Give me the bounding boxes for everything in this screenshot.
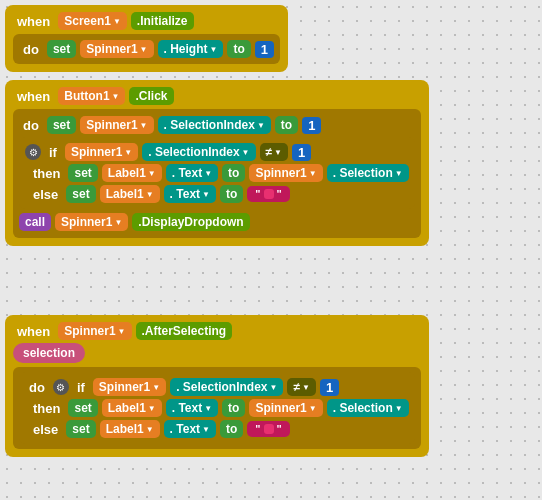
block2-when: when: [13, 89, 54, 104]
block3-neq-arrow[interactable]: ▼: [302, 383, 310, 392]
block2-event-pill: .Click: [129, 87, 173, 105]
block3-then-text-arrow[interactable]: ▼: [204, 404, 212, 413]
block3-else-set[interactable]: set: [66, 420, 95, 438]
block2-then-spinner2[interactable]: Spinner1 ▼: [249, 164, 322, 182]
block2-then-to: to: [222, 164, 245, 182]
block3-gear-icon[interactable]: ⚙: [53, 379, 69, 395]
block3-then: then: [29, 401, 64, 416]
block3-then-spinner2[interactable]: Spinner1 ▼: [249, 399, 322, 417]
block2-if-selindex[interactable]: . SelectionIndex ▼: [142, 143, 255, 161]
block3-neq[interactable]: ≠ ▼: [287, 378, 316, 396]
block1-do-section: do set Spinner1 ▼ . Height ▼ to 1: [13, 34, 280, 64]
block2-spinner[interactable]: Spinner1 ▼: [80, 116, 153, 134]
block2-then-text-arrow[interactable]: ▼: [204, 169, 212, 178]
block1-to: to: [227, 40, 250, 58]
block3-then-text[interactable]: . Text ▼: [166, 399, 218, 417]
block2-if-selindex-arrow[interactable]: ▼: [242, 148, 250, 157]
block2-selindex-arrow[interactable]: ▼: [257, 121, 265, 130]
block3-do-section: do ⚙ if Spinner1 ▼ . SelectionIndex ▼ ≠ …: [13, 367, 421, 449]
block2-else-string: " ": [247, 186, 289, 202]
block2-else-to: to: [220, 185, 243, 203]
block1-spinner-arrow[interactable]: ▼: [140, 45, 148, 54]
block1-component[interactable]: Screen1 ▼: [58, 12, 127, 30]
block3-if-spinner[interactable]: Spinner1 ▼: [93, 378, 166, 396]
block2-display-dropdown: .DisplayDropdown: [132, 213, 249, 231]
block3-else: else: [29, 422, 62, 437]
block1-event: when Screen1 ▼ .Initialize do set Spinne…: [5, 5, 288, 72]
block2-else-set[interactable]: set: [66, 185, 95, 203]
block2-spinner-arrow[interactable]: ▼: [140, 121, 148, 130]
block2-neq[interactable]: ≠ ▼: [260, 143, 289, 161]
block1-set[interactable]: set: [47, 40, 76, 58]
block2-then-label1[interactable]: Label1 ▼: [102, 164, 162, 182]
block2-set[interactable]: set: [47, 116, 76, 134]
block3-else-string: " ": [247, 421, 289, 437]
block2-if-spinner[interactable]: Spinner1 ▼: [65, 143, 138, 161]
block3-when: when: [13, 324, 54, 339]
block3-if-selindex[interactable]: . SelectionIndex ▼: [170, 378, 283, 396]
block3-then-selection-arrow[interactable]: ▼: [395, 404, 403, 413]
block2-else: else: [29, 187, 62, 202]
block1-spinner[interactable]: Spinner1 ▼: [80, 40, 153, 58]
block2-call[interactable]: call: [19, 213, 51, 231]
block2-else-label2[interactable]: Label1 ▼: [100, 185, 160, 203]
block2-then-spinner2-arrow[interactable]: ▼: [309, 169, 317, 178]
block2-if-value: 1: [292, 144, 311, 161]
block3-then-set[interactable]: set: [68, 399, 97, 417]
block2-then: then: [29, 166, 64, 181]
block3-if-block: do ⚙ if Spinner1 ▼ . SelectionIndex ▼ ≠ …: [19, 372, 415, 444]
block2-if-block: ⚙ if Spinner1 ▼ . SelectionIndex ▼ ≠ ▼ 1: [19, 137, 415, 209]
block3-then-label1[interactable]: Label1 ▼: [102, 399, 162, 417]
block2-component[interactable]: Button1 ▼: [58, 87, 125, 105]
block3-else-label2[interactable]: Label1 ▼: [100, 420, 160, 438]
block2-gear-icon[interactable]: ⚙: [25, 144, 41, 160]
block2-string-inner: [264, 189, 274, 199]
block2-else-text-arrow[interactable]: ▼: [202, 190, 210, 199]
block1-do: do: [19, 42, 43, 57]
block3-if: if: [73, 380, 89, 395]
block2-if-spinner-arrow[interactable]: ▼: [124, 148, 132, 157]
block3-component-arrow[interactable]: ▼: [118, 327, 126, 336]
block3-if-spinner-arrow[interactable]: ▼: [152, 383, 160, 392]
block3-if-value: 1: [320, 379, 339, 396]
block1-when: when: [13, 14, 54, 29]
block2-then-text[interactable]: . Text ▼: [166, 164, 218, 182]
block2-then-selection-arrow[interactable]: ▼: [395, 169, 403, 178]
block1-event-pill: .Initialize: [131, 12, 194, 30]
block2-to: to: [275, 116, 298, 134]
block2-selindex[interactable]: . SelectionIndex ▼: [158, 116, 271, 134]
block3-if-selindex-arrow[interactable]: ▼: [269, 383, 277, 392]
block3-then-spinner2-arrow[interactable]: ▼: [309, 404, 317, 413]
block2-call-spinner-arrow[interactable]: ▼: [114, 218, 122, 227]
block3-event-pill: .AfterSelecting: [136, 322, 233, 340]
block3-string-inner: [264, 424, 274, 434]
block2-then-selection[interactable]: . Selection ▼: [327, 164, 409, 182]
block2-then-label1-arrow[interactable]: ▼: [148, 169, 156, 178]
block3-then-selection[interactable]: . Selection ▼: [327, 399, 409, 417]
block2-container: when Button1 ▼ .Click do set Spinner1 ▼: [5, 80, 429, 246]
block1-component-arrow[interactable]: ▼: [113, 17, 121, 26]
block2-event: when Button1 ▼ .Click do set Spinner1 ▼: [5, 80, 429, 246]
block1-container: when Screen1 ▼ .Initialize do set Spinne…: [5, 5, 288, 72]
block3-else-text[interactable]: . Text ▼: [164, 420, 216, 438]
block2-then-set[interactable]: set: [68, 164, 97, 182]
block3-event: when Spinner1 ▼ .AfterSelecting selectio…: [5, 315, 429, 457]
block2-else-text[interactable]: . Text ▼: [164, 185, 216, 203]
block2-call-spinner[interactable]: Spinner1 ▼: [55, 213, 128, 231]
block2-do: do: [19, 118, 43, 133]
block2-component-arrow[interactable]: ▼: [112, 92, 120, 101]
block3-selection-param: selection: [13, 343, 85, 363]
block3-else-to: to: [220, 420, 243, 438]
block2-neq-arrow[interactable]: ▼: [274, 148, 282, 157]
block3-do: do: [25, 380, 49, 395]
block3-else-text-arrow[interactable]: ▼: [202, 425, 210, 434]
block2-if: if: [45, 145, 61, 160]
block3-then-to: to: [222, 399, 245, 417]
block2-else-label2-arrow[interactable]: ▼: [146, 190, 154, 199]
block3-else-label2-arrow[interactable]: ▼: [146, 425, 154, 434]
block1-height[interactable]: . Height ▼: [158, 40, 224, 58]
block1-height-arrow[interactable]: ▼: [210, 45, 218, 54]
block3-container: when Spinner1 ▼ .AfterSelecting selectio…: [5, 315, 429, 457]
block3-then-label1-arrow[interactable]: ▼: [148, 404, 156, 413]
block3-component[interactable]: Spinner1 ▼: [58, 322, 131, 340]
